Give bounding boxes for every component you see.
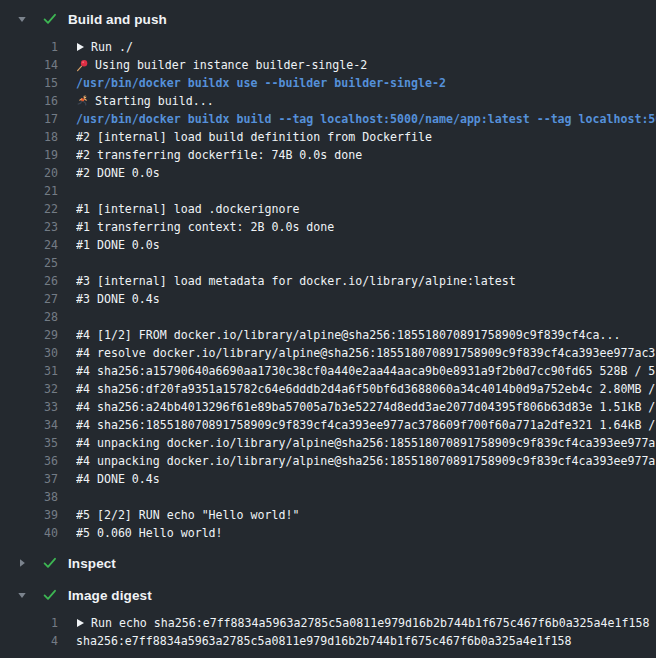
log-text-value: /usr/bin/docker buildx use --builder bui… bbox=[76, 74, 446, 92]
line-number[interactable]: 25 bbox=[0, 254, 58, 272]
log-line: 16Starting build... bbox=[0, 92, 656, 110]
log-line: 22#1 [internal] load .dockerignore bbox=[0, 200, 656, 218]
log-text-value: #5 0.060 Hello world! bbox=[76, 524, 223, 542]
log-text: #5 [2/2] RUN echo "Hello world!" bbox=[76, 506, 656, 524]
log-line: 15/usr/bin/docker buildx use --builder b… bbox=[0, 74, 656, 92]
log-text-value: #4 unpacking docker.io/library/alpine@sh… bbox=[76, 434, 655, 452]
section-header-build-and-push[interactable]: Build and push bbox=[0, 6, 656, 32]
line-number[interactable]: 29 bbox=[0, 326, 58, 344]
expand-run-icon[interactable] bbox=[76, 42, 85, 52]
chevron-down-icon bbox=[17, 14, 27, 24]
log-text-value: #4 unpacking docker.io/library/alpine@sh… bbox=[76, 452, 655, 470]
section-title: Image digest bbox=[68, 588, 152, 603]
log-text: #4 unpacking docker.io/library/alpine@sh… bbox=[76, 452, 656, 470]
line-number[interactable]: 21 bbox=[0, 182, 58, 200]
section-build-and-push: Build and push 1Run ./14Using builder in… bbox=[0, 6, 656, 542]
line-number[interactable]: 1 bbox=[0, 614, 58, 632]
log-line: 21 bbox=[0, 182, 656, 200]
section-header-inspect[interactable]: Inspect bbox=[0, 550, 656, 576]
check-icon bbox=[43, 13, 57, 25]
log-text-value: #4 sha256:a24bb4013296f61e89ba57005a7b3e… bbox=[76, 398, 655, 416]
log-text-value: #2 [internal] load build definition from… bbox=[76, 128, 432, 146]
log-text-value: #4 sha256:185518070891758909c9f839cf4ca3… bbox=[76, 416, 655, 434]
line-number[interactable]: 24 bbox=[0, 236, 58, 254]
log-line: 35#4 unpacking docker.io/library/alpine@… bbox=[0, 434, 656, 452]
log-text: Run ./ bbox=[76, 38, 656, 56]
log-line: 27#3 DONE 0.4s bbox=[0, 290, 656, 308]
line-number[interactable]: 15 bbox=[0, 74, 58, 92]
line-number[interactable]: 14 bbox=[0, 56, 58, 74]
actions-log: Build and push 1Run ./14Using builder in… bbox=[0, 0, 656, 658]
line-number[interactable]: 32 bbox=[0, 380, 58, 398]
line-number[interactable]: 36 bbox=[0, 452, 58, 470]
log-text: Starting build... bbox=[76, 92, 656, 110]
log-text: #4 [1/2] FROM docker.io/library/alpine@s… bbox=[76, 326, 656, 344]
log-text-value: /usr/bin/docker buildx build --tag local… bbox=[76, 110, 656, 128]
chevron-right-icon bbox=[17, 558, 27, 568]
log-line: 19#2 transferring dockerfile: 74B 0.0s d… bbox=[0, 146, 656, 164]
log-text: Run echo sha256:e7ff8834a5963a2785c5a081… bbox=[76, 614, 656, 632]
line-number[interactable]: 39 bbox=[0, 506, 58, 524]
line-number[interactable]: 35 bbox=[0, 434, 58, 452]
log-text: #4 DONE 0.4s bbox=[76, 470, 656, 488]
log-text-value: #4 sha256:df20fa9351a15782c64e6dddb2d4a6… bbox=[76, 380, 655, 398]
log-command-text: /usr/bin/docker buildx build --tag local… bbox=[76, 110, 656, 128]
line-number[interactable]: 40 bbox=[0, 524, 58, 542]
section-header-image-digest[interactable]: Image digest bbox=[0, 582, 656, 608]
log-text-value: #1 transferring context: 2B 0.0s done bbox=[76, 218, 334, 236]
log-lines-build-and-push: 1Run ./14Using builder instance builder-… bbox=[0, 38, 656, 542]
line-number[interactable]: 30 bbox=[0, 344, 58, 362]
log-command-text: /usr/bin/docker buildx use --builder bui… bbox=[76, 74, 656, 92]
line-number[interactable]: 17 bbox=[0, 110, 58, 128]
log-line: 30#4 resolve docker.io/library/alpine@sh… bbox=[0, 344, 656, 362]
log-text-value: #3 DONE 0.4s bbox=[76, 290, 160, 308]
log-text-value: #5 [2/2] RUN echo "Hello world!" bbox=[76, 506, 299, 524]
line-number[interactable]: 26 bbox=[0, 272, 58, 290]
log-line: 31#4 sha256:a15790640a6690aa1730c38cf0a4… bbox=[0, 362, 656, 380]
line-number[interactable]: 33 bbox=[0, 398, 58, 416]
log-text-value: Starting build... bbox=[95, 92, 214, 110]
log-text-value: Run ./ bbox=[91, 38, 133, 56]
log-line: 36#4 unpacking docker.io/library/alpine@… bbox=[0, 452, 656, 470]
log-text: #2 [internal] load build definition from… bbox=[76, 128, 656, 146]
log-text: sha256:e7ff8834a5963a2785c5a0811e979d16b… bbox=[76, 632, 656, 650]
check-icon bbox=[43, 557, 57, 569]
section-title: Build and push bbox=[68, 12, 167, 27]
log-lines-image-digest: 1Run echo sha256:e7ff8834a5963a2785c5a08… bbox=[0, 614, 656, 650]
line-number[interactable]: 19 bbox=[0, 146, 58, 164]
log-text-value: #1 [internal] load .dockerignore bbox=[76, 200, 299, 218]
log-text: #3 [internal] load metadata for docker.i… bbox=[76, 272, 656, 290]
log-text: #4 sha256:a24bb4013296f61e89ba57005a7b3e… bbox=[76, 398, 656, 416]
chevron-down-icon bbox=[17, 590, 27, 600]
line-number[interactable]: 4 bbox=[0, 632, 58, 650]
line-number[interactable]: 28 bbox=[0, 308, 58, 326]
log-line: 18#2 [internal] load build definition fr… bbox=[0, 128, 656, 146]
log-text-value: #4 [1/2] FROM docker.io/library/alpine@s… bbox=[76, 326, 620, 344]
line-number[interactable]: 34 bbox=[0, 416, 58, 434]
log-text: #4 sha256:a15790640a6690aa1730c38cf0a440… bbox=[76, 362, 656, 380]
log-line: 37#4 DONE 0.4s bbox=[0, 470, 656, 488]
log-line: 28 bbox=[0, 308, 656, 326]
line-number[interactable]: 16 bbox=[0, 92, 58, 110]
line-number[interactable]: 27 bbox=[0, 290, 58, 308]
expand-run-icon[interactable] bbox=[76, 618, 85, 628]
log-line: 23#1 transferring context: 2B 0.0s done bbox=[0, 218, 656, 236]
log-line: 34#4 sha256:185518070891758909c9f839cf4c… bbox=[0, 416, 656, 434]
line-number[interactable]: 38 bbox=[0, 488, 58, 506]
line-number[interactable]: 31 bbox=[0, 362, 58, 380]
log-text-value: sha256:e7ff8834a5963a2785c5a0811e979d16b… bbox=[76, 632, 572, 650]
log-text: #4 unpacking docker.io/library/alpine@sh… bbox=[76, 434, 656, 452]
line-number[interactable]: 37 bbox=[0, 470, 58, 488]
log-text-value: Using builder instance builder-single-2 bbox=[95, 56, 367, 74]
line-number[interactable]: 20 bbox=[0, 164, 58, 182]
log-text: #1 [internal] load .dockerignore bbox=[76, 200, 656, 218]
pushpin-icon bbox=[76, 59, 89, 72]
line-number[interactable]: 1 bbox=[0, 38, 58, 56]
line-number[interactable]: 18 bbox=[0, 128, 58, 146]
section-inspect: Inspect bbox=[0, 550, 656, 576]
log-line: 14Using builder instance builder-single-… bbox=[0, 56, 656, 74]
log-text: #4 resolve docker.io/library/alpine@sha2… bbox=[76, 344, 656, 362]
line-number[interactable]: 23 bbox=[0, 218, 58, 236]
log-text: Using builder instance builder-single-2 bbox=[76, 56, 656, 74]
line-number[interactable]: 22 bbox=[0, 200, 58, 218]
